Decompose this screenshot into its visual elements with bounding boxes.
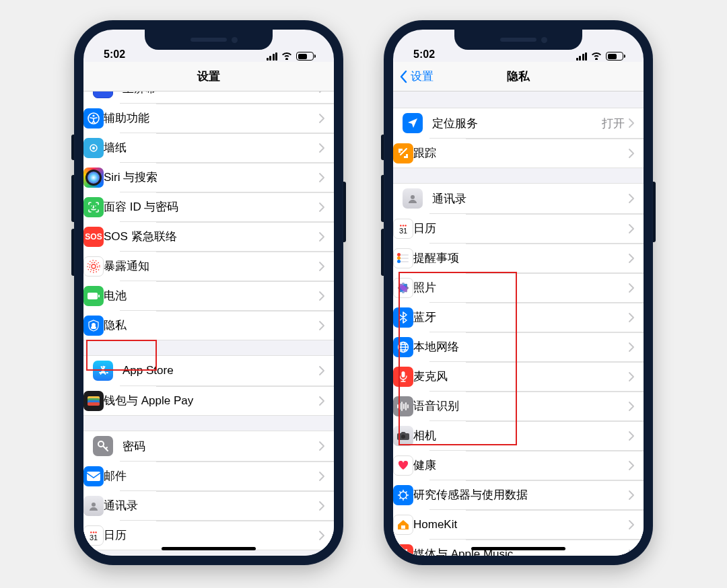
chevron-right-icon: [629, 520, 634, 529]
privacy-row-homekit[interactable]: HomeKit: [429, 509, 644, 539]
svg-rect-32: [402, 371, 405, 377]
settings-row-battery[interactable]: 电池: [120, 281, 334, 310]
chevron-left-icon: [400, 70, 408, 83]
location-icon: [403, 113, 423, 133]
chevron-right-icon: [629, 313, 634, 322]
privacy-row-calendar[interactable]: ●●●31 日历: [429, 213, 644, 243]
chevron-right-icon: [629, 342, 634, 352]
health-icon: [393, 455, 413, 476]
chevron-right-icon: [319, 262, 324, 271]
nav-bar: 设置: [83, 62, 334, 91]
privacy-row-location[interactable]: 定位服务 打开: [393, 108, 644, 138]
nav-title: 设置: [197, 69, 220, 84]
chevron-right-icon: [319, 396, 324, 406]
signal-icon: [576, 52, 588, 61]
privacy-row-microphone[interactable]: 麦克风: [429, 361, 644, 391]
calendar-icon: ●●●31: [83, 525, 104, 546]
privacy-row-health[interactable]: 健康: [429, 450, 644, 480]
accessibility-icon: [83, 108, 104, 128]
chevron-right-icon: [319, 91, 324, 93]
iphone-device-left: 5:02 设置 主屏幕 辅助功能: [74, 20, 343, 565]
chevron-right-icon: [629, 461, 634, 470]
svg-rect-17: [88, 402, 100, 406]
location-detail: 打开: [602, 116, 625, 131]
settings-row-faceid[interactable]: 面容 ID 与密码: [120, 192, 334, 221]
sensors-icon: [393, 485, 413, 505]
wallet-icon: [83, 391, 104, 411]
music-icon: [393, 544, 413, 556]
settings-row-sos[interactable]: SOS SOS 紧急联络: [120, 221, 334, 251]
wallpaper-icon: [83, 138, 104, 158]
privacy-row-bluetooth[interactable]: 蓝牙: [429, 302, 644, 332]
chevron-right-icon: [319, 321, 324, 330]
battery-icon: [296, 52, 314, 61]
microphone-icon: [393, 367, 413, 387]
wifi-icon: [281, 52, 292, 61]
settings-row-contacts[interactable]: 通讯录: [120, 490, 334, 520]
settings-row-wallet[interactable]: 钱包与 Apple Pay: [120, 385, 334, 415]
svg-rect-19: [87, 472, 100, 481]
tracking-icon: [393, 143, 413, 163]
privacy-row-sensors[interactable]: 研究传感器与使用数据: [429, 480, 644, 509]
chevron-right-icon: [319, 143, 324, 153]
privacy-row-photos[interactable]: 照片: [429, 272, 644, 302]
reminders-icon: [393, 248, 413, 268]
chevron-right-icon: [629, 149, 634, 158]
svg-rect-10: [98, 295, 100, 297]
svg-rect-9: [88, 293, 98, 299]
chevron-right-icon: [629, 254, 634, 263]
chevron-right-icon: [629, 118, 634, 128]
calendar-icon: ●●●31: [393, 219, 413, 239]
settings-row-appstore[interactable]: App Store: [83, 356, 334, 385]
svg-point-7: [90, 262, 98, 270]
privacy-row-localnetwork[interactable]: 本地网络: [429, 332, 644, 361]
settings-row-calendar[interactable]: ●●●31 日历: [120, 520, 334, 550]
key-icon: [93, 436, 113, 456]
settings-content[interactable]: 主屏幕 辅助功能 墙纸 Siri 与搜索: [83, 91, 334, 556]
privacy-row-tracking[interactable]: 跟踪: [429, 138, 644, 168]
contacts-icon: [83, 496, 104, 516]
battery-settings-icon: [83, 286, 104, 306]
notch: [145, 30, 273, 50]
iphone-device-right: 5:02 设置 隐私 定位服务 打开: [384, 20, 653, 565]
settings-row-exposure[interactable]: 暴露通知: [120, 251, 334, 281]
privacy-row-speech[interactable]: 语音识别: [429, 391, 644, 420]
privacy-row-camera[interactable]: 相机: [429, 420, 644, 450]
chevron-right-icon: [629, 490, 634, 500]
sos-icon: SOS: [83, 227, 104, 247]
chevron-right-icon: [629, 194, 634, 203]
chevron-right-icon: [319, 501, 324, 511]
settings-row-mail[interactable]: 邮件: [120, 461, 334, 490]
homekit-icon: [393, 515, 413, 535]
svg-point-34: [401, 435, 405, 439]
settings-row-siri[interactable]: Siri 与搜索: [120, 162, 334, 192]
svg-point-6: [92, 264, 96, 268]
mail-icon: [83, 466, 104, 486]
camera-icon: [393, 426, 413, 446]
chevron-right-icon: [629, 402, 634, 411]
home-indicator[interactable]: [162, 547, 256, 550]
nav-back-button[interactable]: 设置: [400, 69, 434, 84]
home-screen-icon: [93, 91, 113, 98]
nav-title: 隐私: [507, 69, 530, 84]
privacy-content[interactable]: 定位服务 打开 跟踪 通讯录 ●●●31 日历: [393, 91, 644, 556]
privacy-row-reminders[interactable]: 提醒事项: [429, 243, 644, 272]
notch: [454, 30, 582, 50]
chevron-right-icon: [319, 472, 324, 481]
svg-point-4: [91, 205, 92, 207]
settings-row-passwords[interactable]: 密码: [83, 431, 334, 461]
chevron-right-icon: [319, 173, 324, 182]
svg-point-21: [411, 195, 415, 199]
chevron-right-icon: [319, 531, 324, 540]
settings-row-wallpaper[interactable]: 墙纸: [120, 133, 334, 162]
home-indicator[interactable]: [471, 547, 565, 550]
exposure-icon: [83, 256, 104, 277]
globe-icon: [393, 337, 413, 357]
settings-row-privacy[interactable]: 隐私: [120, 310, 334, 340]
settings-row-accessibility[interactable]: 辅助功能: [120, 103, 334, 133]
svg-rect-12: [91, 326, 96, 329]
privacy-icon: [83, 316, 104, 336]
svg-point-5: [95, 205, 96, 207]
settings-row-home-screen[interactable]: 主屏幕: [83, 91, 334, 103]
privacy-row-contacts[interactable]: 通讯录: [393, 184, 644, 213]
